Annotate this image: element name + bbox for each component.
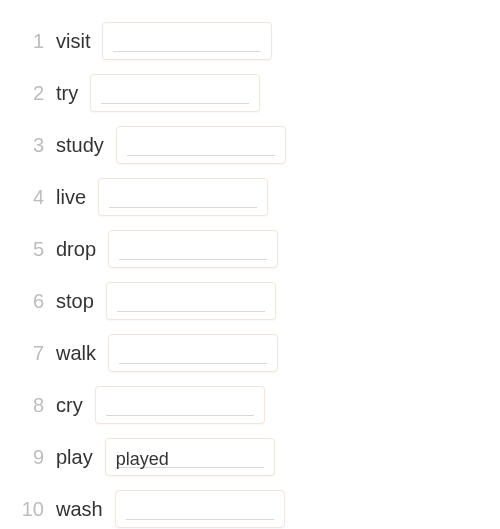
item-number: 2 bbox=[20, 82, 44, 105]
input-underline bbox=[119, 259, 267, 260]
prompt-word: try bbox=[56, 82, 78, 105]
input-underline bbox=[127, 155, 275, 156]
exercise-list: 1 visit 2 try 3 study 4 live 5 drop bbox=[0, 0, 500, 529]
prompt-word: live bbox=[56, 186, 86, 209]
exercise-row: 7 walk bbox=[20, 334, 480, 372]
answer-input[interactable] bbox=[98, 178, 268, 216]
item-number: 1 bbox=[20, 30, 44, 53]
exercise-row: 5 drop bbox=[20, 230, 480, 268]
prompt-word: stop bbox=[56, 290, 94, 313]
exercise-row: 1 visit bbox=[20, 22, 480, 60]
item-number: 3 bbox=[20, 134, 44, 157]
input-underline bbox=[119, 363, 267, 364]
prompt-word: study bbox=[56, 134, 104, 157]
input-underline bbox=[117, 311, 265, 312]
prompt-word: walk bbox=[56, 342, 96, 365]
item-number: 4 bbox=[20, 186, 44, 209]
answer-input[interactable] bbox=[108, 230, 278, 268]
item-number: 7 bbox=[20, 342, 44, 365]
prompt-word: wash bbox=[56, 498, 103, 521]
prompt-word: play bbox=[56, 446, 93, 469]
item-number: 5 bbox=[20, 238, 44, 261]
answer-input[interactable] bbox=[90, 74, 260, 112]
answer-input[interactable] bbox=[106, 282, 276, 320]
item-number: 10 bbox=[20, 498, 44, 521]
answer-input[interactable] bbox=[108, 334, 278, 372]
item-number: 8 bbox=[20, 394, 44, 417]
exercise-row: 6 stop bbox=[20, 282, 480, 320]
prompt-word: cry bbox=[56, 394, 83, 417]
input-underline bbox=[101, 103, 249, 104]
exercise-row: 8 cry bbox=[20, 386, 480, 424]
item-number: 6 bbox=[20, 290, 44, 313]
answer-input[interactable] bbox=[95, 386, 265, 424]
input-underline bbox=[113, 51, 261, 52]
prompt-word: drop bbox=[56, 238, 96, 261]
answer-input[interactable]: played bbox=[105, 438, 275, 476]
exercise-row: 10 wash bbox=[20, 490, 480, 528]
answer-input[interactable] bbox=[115, 490, 285, 528]
item-number: 9 bbox=[20, 446, 44, 469]
input-underline bbox=[109, 207, 257, 208]
answer-value: played bbox=[116, 450, 169, 469]
prompt-word: visit bbox=[56, 30, 90, 53]
exercise-row: 2 try bbox=[20, 74, 480, 112]
exercise-row: 9 play played bbox=[20, 438, 480, 476]
exercise-row: 4 live bbox=[20, 178, 480, 216]
answer-input[interactable] bbox=[116, 126, 286, 164]
input-underline bbox=[106, 415, 254, 416]
input-underline bbox=[126, 519, 274, 520]
exercise-row: 3 study bbox=[20, 126, 480, 164]
answer-input[interactable] bbox=[102, 22, 272, 60]
